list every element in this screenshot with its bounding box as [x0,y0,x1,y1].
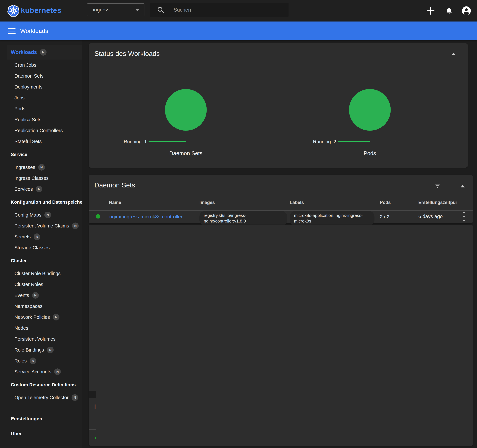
column-header-erstellungszeitpunkt[interactable]: Erstellungszeitpunkt [418,200,456,205]
sidebar-item-konfiguration-und-datenspeicherung: Konfiguration und Datenspeicherung [0,197,82,208]
sidebar-nav: WorkloadsNCron JobsDaemon SetsDeployment… [0,40,82,439]
sidebar-item-persistent-volume-claims[interactable]: Persistent Volume ClaimsN [0,220,82,231]
sidebar-item-workloads[interactable]: WorkloadsN [7,45,82,59]
lower-panel: I [89,225,473,446]
sidebar-item-cluster-role-bindings[interactable]: Cluster Role Bindings [0,268,82,279]
sidebar-item-replica-sets[interactable]: Replica Sets [0,114,82,125]
sidebar-item-label: Persistent Volume Claims [14,223,69,229]
sidebar-item-label: Namespaces [14,303,42,309]
sidebar-item-label: Events [14,293,29,298]
search-placeholder: Suchen [173,7,191,13]
sidebar-item-label: Cron Jobs [14,62,36,68]
column-header-pods[interactable]: Pods [380,200,391,205]
sidebar-item-open-telemetry-collector[interactable]: Open Telemetry CollectorN [0,392,82,403]
account-button[interactable] [459,0,474,22]
sidebar-item-label: Service [11,152,27,157]
row-menu-button[interactable] [461,212,466,221]
plus-icon [427,7,435,15]
app-bar: Workloads [0,22,477,40]
new-badge: N [36,186,42,192]
connector-line [370,131,370,142]
labels-cell: microk8s-application: nginx-ingress-micr… [290,211,375,226]
new-badge: N [30,357,36,364]
sidebar-item-label: Über [11,431,22,436]
sidebar: WorkloadsNCron JobsDaemon SetsDeployment… [0,40,82,448]
sidebar-item-replication-controllers[interactable]: Replication Controllers [0,125,82,136]
column-header-labels[interactable]: Labels [290,200,304,205]
sidebar-item-cluster-roles[interactable]: Cluster Roles [0,279,82,290]
sidebar-item-daemon-sets[interactable]: Daemon Sets [0,70,82,81]
filter-icon[interactable] [434,183,441,189]
sidebar-item-jobs[interactable]: Jobs [0,92,82,103]
sidebar-item-einstellungen[interactable]: Einstellungen [0,413,82,424]
card-title: Status des Workloads [94,50,160,57]
create-resource-button[interactable] [423,0,439,22]
brand-wordmark: kubernetes [21,6,61,15]
sidebar-item-label: Replica Sets [14,117,42,122]
sidebar-item-role-bindings[interactable]: Role BindingsN [0,344,82,355]
search-input[interactable]: Suchen [150,3,288,17]
menu-button[interactable] [8,27,16,35]
column-header-name[interactable]: Name [109,200,121,205]
sidebar-item-cron-jobs[interactable]: Cron Jobs [0,59,82,70]
sidebar-item-roles[interactable]: RolesN [0,355,82,366]
sidebar-item-service-accounts[interactable]: Service AccountsN [0,366,82,377]
clipped-table-divider [89,430,96,430]
card-gap [89,391,96,398]
sidebar-item-label: Secrets [14,234,31,239]
pods-cell: 2 / 2 [380,214,389,220]
sidebar-item-label: Network Policies [14,314,50,320]
new-badge: N [40,49,47,56]
collapse-card-button[interactable] [461,185,465,187]
table-divider [89,210,473,211]
sidebar-item-label: Konfiguration und Datenspeicherung [11,199,82,205]
pie-chart [349,89,391,131]
namespace-select[interactable]: ingress [87,3,144,16]
sidebar-item-stateful-sets[interactable]: Stateful Sets [0,136,82,147]
chip: microk8s-application: nginx-ingress-micr… [290,211,375,226]
namespace-select-value: ingress [93,7,109,13]
sidebar-item-nodes[interactable]: Nodes [0,323,82,333]
sidebar-item-label: Cluster Role Bindings [14,271,61,276]
sidebar-item-label: Cluster Roles [14,282,43,287]
sidebar-item-label: Role Bindings [14,347,44,353]
sidebar-item--ber[interactable]: Über [0,428,82,439]
table-divider [89,223,473,223]
sidebar-item-config-maps[interactable]: Config MapsN [0,209,82,220]
sidebar-item-services[interactable]: ServicesN [0,184,82,195]
sidebar-item-ingresses[interactable]: IngressesN [0,162,82,173]
chart-title: Daemon Sets [144,150,227,157]
chart-annotation: Running: 2 [313,139,338,145]
sidebar-item-ingress-classes[interactable]: Ingress Classes [0,173,82,184]
pie-chart [165,89,207,131]
sidebar-item-label: Services [14,186,33,192]
sidebar-item-label: Persistent Volumes [14,336,55,342]
column-header-images[interactable]: Images [199,200,215,205]
bell-icon [445,7,453,15]
sidebar-item-network-policies[interactable]: Network PoliciesN [0,312,82,323]
sidebar-item-pods[interactable]: Pods [0,103,82,114]
clipped-status-icon [95,437,96,439]
sidebar-item-persistent-volumes[interactable]: Persistent Volumes [0,333,82,344]
sidebar-item-label: Service Accounts [14,369,51,375]
sidebar-item-secrets[interactable]: SecretsN [0,231,82,242]
sidebar-item-cluster: Cluster [0,255,82,266]
sidebar-item-label: Custom Resource Definitions [11,382,76,387]
chip: registry.k8s.io/ingress-nginx/controller… [199,211,287,226]
search-icon [157,6,164,14]
sidebar-item-label: Ingresses [14,165,35,170]
sidebar-item-label: Config Maps [14,212,42,218]
notifications-button[interactable] [441,0,457,22]
sidebar-item-label: Storage Classes [14,245,50,250]
kubernetes-logo-icon [7,5,19,17]
new-badge: N [34,233,40,240]
sidebar-item-namespaces[interactable]: Namespaces [0,301,82,312]
daemonset-name-link[interactable]: nginx-ingress-microk8s-controller [109,214,183,220]
sidebar-item-deployments[interactable]: Deployments [0,81,82,92]
new-badge: N [47,347,54,353]
sidebar-item-events[interactable]: EventsN [0,290,82,301]
chart-annotation: Running: 1 [124,139,149,145]
collapse-card-button[interactable] [452,52,456,55]
sidebar-item-label: Workloads [11,49,37,55]
sidebar-item-storage-classes[interactable]: Storage Classes [0,242,82,253]
